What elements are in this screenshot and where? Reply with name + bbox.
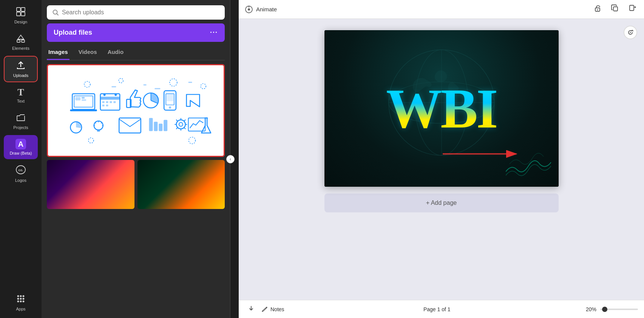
zoom-level: 20% — [586, 306, 596, 312]
teal-wave — [506, 149, 551, 179]
add-page-toolbar-button[interactable] — [627, 3, 638, 16]
image-row-second — [47, 160, 225, 209]
collapse-panel-button[interactable] — [245, 303, 258, 315]
svg-text:co.: co. — [18, 168, 23, 172]
animate-label: Animate — [256, 6, 277, 12]
tab-videos[interactable]: Videos — [77, 46, 99, 60]
canvas-area: Animate — [239, 0, 644, 318]
upload-more-icon: ··· — [210, 29, 218, 37]
svg-rect-4 — [17, 40, 20, 42]
svg-rect-24 — [82, 99, 86, 101]
logos-icon: co. — [15, 164, 26, 177]
svg-rect-44 — [159, 124, 162, 131]
svg-rect-26 — [100, 97, 120, 100]
tabs-row: Images Videos Audio — [47, 46, 225, 60]
uploads-label: Uploads — [13, 73, 28, 78]
apps-icon — [16, 294, 26, 305]
toolbar-icons-right — [592, 3, 638, 16]
svg-rect-42 — [149, 118, 153, 131]
text-label: Text — [17, 99, 25, 103]
svg-point-64 — [597, 9, 598, 11]
panel-toggle-button[interactable]: ‹ — [226, 155, 235, 163]
search-input[interactable] — [62, 9, 219, 16]
sidebar: Design Elements Uploads — [0, 0, 42, 318]
svg-rect-22 — [75, 97, 80, 100]
tab-audio[interactable]: Audio — [106, 46, 125, 60]
canvas-toolbar: Animate — [239, 0, 644, 19]
svg-rect-66 — [630, 5, 634, 11]
svg-rect-40 — [167, 94, 173, 101]
svg-point-27 — [103, 94, 105, 96]
search-icon — [52, 9, 59, 16]
svg-rect-20 — [70, 109, 97, 111]
svg-rect-43 — [154, 122, 158, 131]
sidebar-item-draw-beta[interactable]: A Draw (Beta) — [4, 135, 38, 159]
design-label: Design — [14, 20, 27, 24]
notes-label: Notes — [270, 306, 284, 312]
canvas-page[interactable]: WBI — [324, 30, 559, 187]
text-icon: T — [17, 88, 24, 97]
sidebar-item-logos[interactable]: co. Logos — [4, 161, 38, 186]
notes-icon — [261, 306, 268, 313]
notes-button[interactable]: Notes — [258, 304, 288, 314]
svg-rect-33 — [102, 104, 104, 106]
uploads-panel: Upload files ··· Images Videos Audio — [42, 0, 230, 318]
logos-label: Logos — [15, 178, 26, 183]
sidebar-item-apps[interactable]: Apps — [4, 290, 38, 315]
add-page-label: + Add page — [426, 200, 457, 206]
svg-rect-3 — [21, 12, 25, 16]
svg-point-9 — [20, 295, 22, 297]
bottom-bar: Notes Page 1 of 1 20% — [239, 300, 644, 318]
wbi-text: WBI — [386, 81, 496, 137]
svg-point-14 — [17, 301, 19, 303]
upload-thumbnail-neural[interactable] — [47, 160, 134, 209]
duplicate-button[interactable] — [609, 3, 621, 16]
sidebar-item-design[interactable]: Design — [4, 3, 38, 28]
elements-icon — [16, 33, 26, 45]
draw-beta-label: Draw (Beta) — [10, 151, 32, 155]
svg-point-28 — [114, 94, 117, 96]
svg-rect-60 — [188, 82, 192, 83]
svg-rect-1 — [21, 8, 25, 11]
sidebar-item-projects[interactable]: Projects — [4, 109, 38, 134]
zoom-slider[interactable] — [600, 309, 638, 310]
svg-point-8 — [17, 295, 19, 297]
tab-images[interactable]: Images — [47, 46, 69, 60]
upload-files-button[interactable]: Upload files ··· — [47, 23, 225, 42]
svg-rect-0 — [17, 8, 20, 11]
svg-rect-32 — [113, 101, 116, 103]
svg-rect-23 — [82, 97, 85, 98]
svg-rect-57 — [111, 86, 116, 88]
svg-point-17 — [53, 10, 57, 14]
lock-button[interactable] — [592, 3, 603, 16]
canvas-scroll-area: WBI + Add page — [239, 19, 644, 300]
svg-rect-30 — [106, 101, 108, 103]
svg-point-62 — [248, 8, 250, 11]
elements-label: Elements — [12, 46, 29, 51]
projects-label: Projects — [13, 125, 28, 130]
uploads-icon — [16, 60, 26, 72]
svg-rect-2 — [17, 12, 20, 16]
animate-button[interactable]: Animate — [245, 5, 277, 14]
projects-icon — [16, 112, 26, 124]
upload-thumbnail-circuit[interactable] — [137, 160, 225, 209]
svg-rect-5 — [22, 40, 25, 42]
animate-icon — [245, 5, 253, 14]
svg-point-13 — [23, 298, 25, 300]
sidebar-item-elements[interactable]: Elements — [4, 29, 38, 54]
svg-rect-59 — [154, 88, 160, 89]
images-grid — [47, 64, 225, 314]
svg-rect-58 — [143, 84, 146, 86]
add-page-button[interactable]: + Add page — [324, 194, 559, 212]
design-icon — [16, 7, 26, 18]
svg-rect-31 — [110, 101, 112, 103]
upload-image-selected[interactable] — [47, 64, 225, 157]
upload-files-label: Upload files — [54, 29, 92, 37]
sidebar-item-text[interactable]: T Text — [4, 84, 38, 107]
svg-point-38 — [169, 106, 171, 109]
sidebar-item-uploads[interactable]: Uploads — [4, 56, 38, 82]
search-bar[interactable] — [47, 5, 225, 20]
apps-label: Apps — [16, 307, 25, 311]
zoom-controls: 20% — [586, 306, 638, 312]
svg-rect-29 — [102, 101, 104, 103]
